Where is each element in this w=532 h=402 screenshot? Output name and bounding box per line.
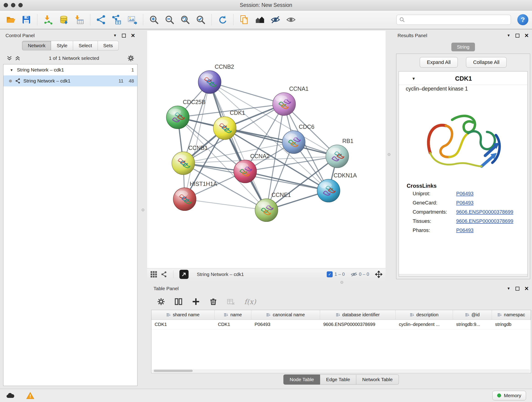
edge-CCNB2-CCNA1[interactable] <box>210 82 284 104</box>
add-column-icon[interactable] <box>192 298 200 306</box>
node-CCNB2[interactable]: CCNB2 <box>198 64 234 94</box>
panel-close-icon[interactable]: ✕ <box>525 33 529 38</box>
tab-style[interactable]: Style <box>51 41 73 51</box>
function-builder-button[interactable]: f(x) <box>244 298 256 306</box>
expand-all-button[interactable]: Expand All <box>420 57 458 68</box>
save-session-button[interactable] <box>19 13 33 27</box>
panel-collapse-icon[interactable]: ▼ <box>507 33 510 38</box>
network-row[interactable]: String Network – cdk1 11 48 <box>3 75 137 86</box>
panel-close-icon[interactable]: ✕ <box>525 286 529 291</box>
tab-node-table[interactable]: Node Table <box>283 375 320 385</box>
node-CDKN1A[interactable]: CDKN1A <box>317 172 357 202</box>
table-cell[interactable]: CDK1 <box>215 320 251 329</box>
memory-button[interactable]: Memory <box>492 391 526 400</box>
tab-select[interactable]: Select <box>73 41 98 51</box>
edge-CCNB2-CCNE1[interactable] <box>210 82 266 210</box>
zoom-fit-button[interactable] <box>178 13 192 27</box>
crosslink-link[interactable]: 9606.ENSP00000378699 <box>456 209 513 215</box>
column-header-description[interactable]: description <box>396 310 453 319</box>
crosslink-link[interactable]: P06493 <box>456 200 474 206</box>
help-button[interactable]: ? <box>517 14 528 25</box>
new-network-button[interactable] <box>94 13 108 27</box>
delete-column-icon[interactable] <box>209 298 217 306</box>
warning-icon[interactable] <box>26 392 34 399</box>
node-HIST1H1A[interactable]: HIST1H1A <box>173 181 217 211</box>
column-header-canonical-name[interactable]: canonical name <box>251 310 320 319</box>
tab-edge-table[interactable]: Edge Table <box>320 375 356 385</box>
close-window-icon[interactable] <box>4 3 8 7</box>
network-svg[interactable]: CCNB2CCNA1CDC25BCDK1CDC6RB1CCNB1CCNA2CDK… <box>147 31 386 268</box>
share-view-icon[interactable] <box>161 271 167 278</box>
first-neighbors-button[interactable] <box>253 13 267 27</box>
panel-collapse-icon[interactable]: ▼ <box>507 287 510 291</box>
disclosure-triangle-icon[interactable]: ▼ <box>10 68 13 72</box>
expand-all-icon[interactable] <box>6 55 12 61</box>
table-cell[interactable]: stringdb <box>492 320 531 329</box>
splitter-handle[interactable] <box>341 281 343 284</box>
table-cell[interactable]: stringdb:9... <box>453 320 492 329</box>
selected-counter[interactable]: ✓ 1 – 0 <box>327 271 345 277</box>
column-header-name[interactable]: name <box>215 310 251 319</box>
collapse-all-icon[interactable] <box>15 55 21 61</box>
gear-icon[interactable] <box>127 55 134 62</box>
hidden-counter[interactable]: 0 – 0 <box>351 272 369 277</box>
tab-sets[interactable]: Sets <box>98 41 119 51</box>
tab-network[interactable]: Network <box>22 41 51 51</box>
splitter-handle[interactable] <box>388 153 390 156</box>
network-from-selection-button[interactable] <box>109 13 124 27</box>
panel-collapse-icon[interactable]: ▼ <box>113 33 117 38</box>
import-network-file-button[interactable] <box>41 13 55 27</box>
crosslink-link[interactable]: 9606.ENSP00000378699 <box>456 218 513 224</box>
gene-scrollbar[interactable] <box>399 274 527 276</box>
copy-annotation-button[interactable] <box>237 13 251 27</box>
table-settings-gear-icon[interactable] <box>157 298 165 306</box>
string-tab[interactable]: String <box>451 43 475 51</box>
import-network-database-button[interactable] <box>57 13 71 27</box>
hide-selected-button[interactable] <box>268 13 283 27</box>
open-session-button[interactable] <box>4 13 18 27</box>
crosslink-link[interactable]: P06493 <box>456 191 474 197</box>
crosslink-link[interactable]: P06493 <box>456 227 474 233</box>
splitter-handle[interactable] <box>142 209 144 211</box>
column-header-database-identifier[interactable]: database identifier <box>320 310 396 319</box>
show-all-button[interactable] <box>284 13 298 27</box>
network-collection-row[interactable]: ▼ String Network – cdk1 1 <box>3 64 137 75</box>
scrollbar-thumb[interactable] <box>154 370 193 372</box>
panel-float-icon[interactable] <box>515 34 519 38</box>
zoom-in-button[interactable] <box>147 13 161 27</box>
tab-network-table[interactable]: Network Table <box>356 375 399 385</box>
pan-crosshair-icon[interactable] <box>375 271 382 278</box>
refresh-layout-button[interactable] <box>215 13 230 27</box>
node-CDK1[interactable]: CDK1 <box>213 109 245 140</box>
panel-close-icon[interactable]: ✕ <box>131 33 135 38</box>
open-in-window-button[interactable] <box>179 270 189 279</box>
horizontal-scrollbar[interactable] <box>152 369 530 372</box>
maximize-window-icon[interactable] <box>18 3 23 7</box>
gene-section-header[interactable]: ▼ CDK1 <box>399 71 527 85</box>
node-RB1[interactable]: RB1 <box>326 138 354 168</box>
collapse-all-button[interactable]: Collapse All <box>466 57 507 68</box>
zoom-selected-button[interactable] <box>194 13 208 27</box>
column-header-namespac[interactable]: namespac <box>492 310 531 319</box>
table-cell[interactable]: CDK1 <box>152 320 215 329</box>
edge-CCNA2-CDKN1A[interactable] <box>245 172 329 191</box>
table-row[interactable]: CDK1CDK1P064939606.ENSP00000378699cyclin… <box>152 320 531 329</box>
panel-float-icon[interactable] <box>515 287 519 291</box>
import-table-button[interactable] <box>72 13 86 27</box>
cloud-icon[interactable] <box>6 392 15 399</box>
node-CCNA1[interactable]: CCNA1 <box>273 85 309 115</box>
checkbox-icon[interactable]: ✓ <box>327 271 333 277</box>
zoom-out-button[interactable] <box>162 13 177 27</box>
table-cell[interactable]: cyclin–dependent ... <box>396 320 453 329</box>
network-canvas[interactable]: CCNB2CCNA1CDC25BCDK1CDC6RB1CCNB1CCNA2CDK… <box>147 31 386 268</box>
column-header--id[interactable]: @id <box>453 310 492 319</box>
disclosure-triangle-icon[interactable]: ▼ <box>412 77 416 81</box>
export-image-button[interactable] <box>125 13 139 27</box>
birdseye-grid-icon[interactable] <box>150 271 157 278</box>
panel-float-icon[interactable] <box>122 34 126 38</box>
edge-HIST1H1A-CCNE1[interactable] <box>185 199 266 210</box>
minimize-window-icon[interactable] <box>11 3 15 7</box>
select-columns-icon[interactable] <box>175 298 182 306</box>
table-cell[interactable]: 9606.ENSP00000378699 <box>320 320 396 329</box>
search-input[interactable] <box>407 17 508 22</box>
